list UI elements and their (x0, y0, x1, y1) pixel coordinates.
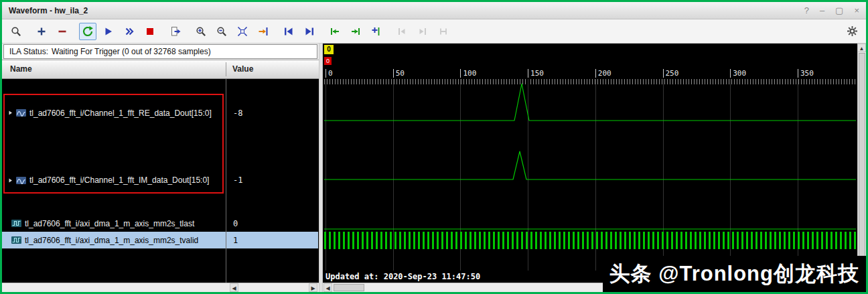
waveform-vertical-scrollbar[interactable]: ▲ ▼ (857, 44, 866, 283)
ila-status-value: Waiting For Trigger (0 out of 32768 samp… (52, 47, 211, 56)
disabled-goto-right-button (414, 23, 431, 40)
signal-value: 0 (226, 215, 318, 232)
analog-wave-icon (16, 177, 26, 184)
zoom-fit-icon (237, 26, 248, 37)
next-transition-button[interactable] (347, 23, 364, 40)
waveform-window: Waveform - hw_ila_2 ? – ▢ × (0, 0, 868, 294)
export-ila-data-button[interactable] (167, 23, 184, 40)
signal-table-body[interactable]: tl_ad7606_fft_i/Channel_1_fft_RE_data_Do… (2, 79, 319, 283)
column-divider[interactable] (226, 79, 226, 283)
waveform-canvas[interactable]: 0 0 050100150200250300350 Updated at: 20… (323, 44, 857, 283)
signal-name: tl_ad7606_fft_i/axi_dma_1_m_axis_mm2s_tl… (25, 219, 194, 228)
signal-row-re-data[interactable]: tl_ad7606_fft_i/Channel_1_fft_RE_data_Do… (2, 79, 226, 147)
run-trigger-button[interactable] (79, 23, 96, 40)
remove-probes-button[interactable] (54, 23, 71, 40)
signal-name: tl_ad7606_fft_i/Channel_1_fft_IM_data_Do… (29, 175, 209, 185)
run-trigger-immediate-button[interactable] (100, 23, 117, 40)
window-title: Waveform - hw_ila_2 (9, 6, 88, 15)
goto-left-gray-icon (396, 26, 407, 37)
stop-icon (145, 26, 155, 37)
expand-chevron-icon[interactable] (6, 110, 15, 116)
zoom-in-button[interactable] (192, 23, 210, 40)
value-column-scrollbar[interactable]: ◀ ▶ (2, 283, 319, 292)
waveform-pane: 0 0 050100150200250300350 Updated at: 20… (323, 44, 866, 292)
zoom-to-cursor-icon (258, 26, 269, 37)
tvalid-toggle-waveform (324, 232, 856, 249)
value-scroll-right-button[interactable]: ▶ (309, 283, 317, 292)
disabled-goto-left-button (393, 23, 411, 40)
close-button[interactable]: × (854, 4, 859, 17)
hold-gray-icon (438, 26, 449, 37)
watermark: 头条 @Tronlong创龙科技 (603, 256, 866, 292)
analog-trace (324, 151, 856, 179)
waveform-toolbar (2, 19, 866, 44)
scroll-up-button[interactable]: ▲ (857, 44, 866, 52)
go-to-start-icon (283, 26, 294, 37)
run-trigger-continuous-button[interactable] (121, 23, 138, 40)
minimize-button[interactable]: – (820, 4, 824, 17)
header-column-splitter[interactable] (226, 62, 226, 76)
play-icon (103, 26, 114, 37)
run-trigger-icon (82, 25, 94, 38)
go-to-end-icon (304, 26, 315, 37)
horizontal-scroll-thumb[interactable] (334, 284, 364, 291)
signal-row-tlast[interactable]: tl_ad7606_fft_i/axi_dma_1_m_axis_mm2s_tl… (2, 215, 226, 232)
find-button[interactable] (7, 23, 25, 40)
plus-icon (36, 26, 47, 37)
scroll-left-button[interactable]: ◀ (323, 283, 332, 292)
fast-forward-icon (124, 26, 135, 37)
zoom-fit-button[interactable] (234, 23, 251, 40)
go-to-end-button[interactable] (301, 23, 318, 40)
zoom-out-icon (216, 26, 227, 37)
value-scroll-left-button[interactable]: ◀ (230, 283, 238, 292)
signal-row-im-data[interactable]: tl_ad7606_fft_i/Channel_1_fft_IM_data_Do… (2, 147, 226, 214)
add-marker-button[interactable] (368, 23, 385, 40)
signal-panel: ILA Status:Waiting For Trigger (0 out of… (2, 44, 319, 292)
ila-status-bar: ILA Status:Waiting For Trigger (0 out of… (3, 44, 317, 59)
title-bar[interactable]: Waveform - hw_ila_2 ? – ▢ × (2, 2, 866, 19)
vertical-scroll-thumb[interactable] (859, 53, 865, 266)
signal-table-header: Name Value (2, 60, 319, 79)
updated-timestamp: Updated at: 2020-Sep-23 11:47:50 (326, 272, 480, 281)
go-to-start-button[interactable] (280, 23, 297, 40)
zoom-in-icon (196, 26, 206, 37)
export-document-icon (170, 26, 181, 37)
signal-name: tl_ad7606_fft_i/axi_dma_1_m_axis_mm2s_tv… (25, 236, 198, 245)
settings-button[interactable] (843, 23, 861, 40)
goto-right-gray-icon (417, 26, 428, 37)
minus-icon (57, 26, 68, 37)
stop-trigger-button[interactable] (141, 23, 159, 40)
analog-wave-icon (16, 109, 26, 117)
value-column-header[interactable]: Value (232, 60, 253, 78)
help-button[interactable]: ? (804, 4, 809, 17)
zoom-out-button[interactable] (213, 23, 230, 40)
previous-transition-icon (330, 26, 340, 37)
zoom-to-cursor-button[interactable] (255, 23, 272, 40)
signal-row-tvalid[interactable]: tl_ad7606_fft_i/axi_dma_1_m_axis_mm2s_tv… (2, 232, 226, 248)
search-icon (11, 26, 21, 37)
gear-icon (847, 25, 858, 37)
add-probes-button[interactable] (33, 23, 50, 40)
name-column-header[interactable]: Name (10, 60, 32, 78)
signal-name: tl_ad7606_fft_i/Channel_1_fft_RE_data_Do… (29, 108, 212, 118)
digital-signal-icon (11, 236, 21, 244)
signal-value: -8 (226, 79, 318, 147)
signal-value: -1 (226, 147, 318, 214)
maximize-button[interactable]: ▢ (835, 4, 843, 17)
signal-value: 1 (226, 232, 318, 248)
digital-signal-icon (11, 220, 21, 227)
add-marker-icon (371, 26, 382, 37)
analog-trace (324, 84, 856, 121)
ila-status-label: ILA Status: (9, 47, 48, 56)
previous-transition-button[interactable] (326, 23, 344, 40)
expand-chevron-icon[interactable] (6, 177, 15, 183)
main-area: ILA Status:Waiting For Trigger (0 out of… (2, 44, 866, 292)
next-transition-icon (350, 26, 361, 37)
disabled-hold-button (435, 23, 452, 40)
